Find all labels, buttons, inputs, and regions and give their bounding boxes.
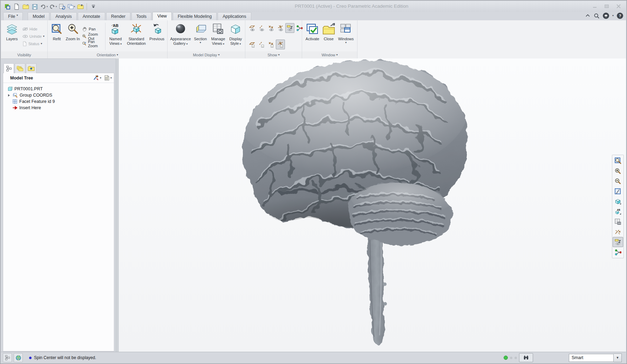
show-group-arrow-icon[interactable]: ▾ xyxy=(278,54,280,56)
open-last-session-icon[interactable] xyxy=(76,2,84,11)
academic-edition-icon[interactable] xyxy=(603,13,609,19)
help-icon[interactable]: ? xyxy=(617,13,623,19)
tree-tools-button[interactable]: ▾ xyxy=(93,75,101,81)
window-group-arrow-icon[interactable]: ▾ xyxy=(336,54,338,56)
windows-dropdown-arrow-icon[interactable]: ▾ xyxy=(345,41,347,44)
tree-item-part[interactable]: PRT0001.PRT xyxy=(5,86,114,92)
appearance-gallery-button[interactable]: Appearance Gallery ▾ xyxy=(169,21,192,51)
find-in-model-button[interactable] xyxy=(519,353,533,362)
saved-orientations-toolbar-button[interactable]: AB xyxy=(613,206,623,217)
layers-button[interactable]: Layers xyxy=(2,21,21,51)
undo-dropdown-arrow-icon[interactable]: ▾ xyxy=(47,5,48,8)
tab-tools[interactable]: Tools xyxy=(131,12,151,20)
selection-filter-dropdown-arrow-icon[interactable]: ▼ xyxy=(614,354,622,362)
redo-icon[interactable]: ▾ xyxy=(49,2,57,11)
manage-views-dropdown-arrow-icon[interactable]: ▾ xyxy=(222,42,224,46)
zoom-in-button[interactable]: Zoom In xyxy=(64,21,81,51)
standard-orientation-button[interactable]: Standard Orientation xyxy=(125,21,148,51)
status-button[interactable]: Status▾ xyxy=(21,40,46,47)
academic-dropdown-arrow-icon[interactable]: ▾ xyxy=(612,14,614,17)
tree-item-group-coords[interactable]: Group COORDS xyxy=(5,92,114,98)
group-label-show[interactable]: Show▾ xyxy=(245,51,302,58)
close-button[interactable] xyxy=(615,3,622,9)
appearance-gallery-dropdown-arrow-icon[interactable]: ▾ xyxy=(185,42,188,46)
tab-annotate[interactable]: Annotate xyxy=(78,12,105,20)
customize-toolbar-icon[interactable] xyxy=(89,2,97,11)
csys-tag-display-toggle[interactable] xyxy=(276,40,285,49)
unhide-dropdown-arrow-icon[interactable]: ▾ xyxy=(43,35,45,38)
search-icon[interactable] xyxy=(594,13,600,19)
zoom-out-button[interactable]: Zoom Out xyxy=(81,33,104,40)
section-dropdown-arrow-icon[interactable]: ▾ xyxy=(200,41,201,44)
favorites-tab[interactable] xyxy=(26,63,36,73)
zoom-out-toolbar-button[interactable] xyxy=(613,176,623,186)
model-regenerate-icon[interactable] xyxy=(58,2,66,11)
group-label-window[interactable]: Window▾ xyxy=(302,51,357,58)
named-views-button[interactable]: AB Named Views ▾ xyxy=(106,21,125,51)
unhide-button[interactable]: Unhide▾ xyxy=(21,33,46,40)
tab-analysis[interactable]: Analysis xyxy=(50,12,77,20)
hide-button[interactable]: Hide xyxy=(21,25,46,33)
tab-file[interactable]: File▾ xyxy=(3,12,23,20)
refit-toolbar-button[interactable] xyxy=(613,156,623,166)
folder-browser-tab[interactable] xyxy=(15,63,25,73)
display-style-toolbar-button[interactable] xyxy=(613,196,623,206)
redo-dropdown-arrow-icon[interactable]: ▾ xyxy=(56,5,57,8)
tree-item-facet-feature[interactable]: Facet Feature id 9 xyxy=(5,98,114,105)
activate-button[interactable]: Activate xyxy=(304,21,321,51)
web-browser-toggle-button[interactable] xyxy=(14,353,23,362)
plane-display-toggle[interactable] xyxy=(247,23,257,33)
window-settings-dropdown-arrow-icon[interactable]: ▾ xyxy=(74,5,75,8)
manage-views-button[interactable]: Manage Views ▾ xyxy=(209,21,227,51)
tab-render[interactable]: Render xyxy=(106,12,130,20)
spin-center-toolbar-button[interactable] xyxy=(613,247,623,257)
model-tree-toggle-button[interactable] xyxy=(3,353,12,362)
tab-applications[interactable]: Applications xyxy=(218,12,251,20)
zoom-in-toolbar-button[interactable] xyxy=(613,166,623,176)
status-indicator-icon[interactable] xyxy=(504,356,508,360)
open-file-icon[interactable] xyxy=(21,2,30,11)
status-dropdown-arrow-icon[interactable]: ▾ xyxy=(41,42,42,45)
axis-display-toggle[interactable] xyxy=(257,23,266,33)
datum-display-toolbar-button[interactable] xyxy=(613,227,623,237)
named-views-dropdown-arrow-icon[interactable]: ▾ xyxy=(120,42,122,46)
save-icon[interactable] xyxy=(30,2,39,11)
expander-icon[interactable] xyxy=(7,94,11,97)
tab-view[interactable]: View xyxy=(152,12,172,20)
group-label-model-display[interactable]: Model Display▾ xyxy=(168,51,245,58)
refit-button[interactable]: Refit xyxy=(49,21,64,51)
model-tree-tab[interactable] xyxy=(4,63,14,73)
close-window-button[interactable]: Close xyxy=(321,21,336,51)
axis-tag-display-toggle[interactable] xyxy=(257,40,266,49)
tree-settings-button[interactable]: ▾ xyxy=(104,75,112,81)
plane-tag-display-toggle[interactable] xyxy=(247,40,257,49)
display-style-button[interactable]: Display Style ▾ xyxy=(227,21,244,51)
windows-button[interactable]: Windows ▾ xyxy=(336,21,356,51)
view-manager-toolbar-button[interactable] xyxy=(613,217,623,227)
model-display-group-arrow-icon[interactable]: ▾ xyxy=(218,54,220,56)
minimize-button[interactable] xyxy=(591,3,599,9)
group-label-orientation[interactable]: Orientation▾ xyxy=(48,51,167,58)
brain-facet-model[interactable] xyxy=(119,58,626,352)
new-file-icon[interactable] xyxy=(12,2,21,11)
point-display-toggle[interactable] xyxy=(266,23,275,33)
selection-filter-combobox[interactable]: Smart xyxy=(569,354,614,362)
tree-settings-dropdown-arrow-icon[interactable]: ▾ xyxy=(110,77,112,79)
graphics-area[interactable]: AB xyxy=(119,58,626,352)
tree-tools-dropdown-arrow-icon[interactable]: ▾ xyxy=(100,77,101,79)
previous-button[interactable]: Previous xyxy=(148,21,166,51)
orientation-group-arrow-icon[interactable]: ▾ xyxy=(117,54,118,56)
section-button[interactable]: Section ▾ xyxy=(192,21,209,51)
window-settings-icon[interactable]: ▾ xyxy=(67,2,75,11)
tree-item-insert-here[interactable]: Insert Here xyxy=(5,105,114,111)
collapse-ribbon-icon[interactable] xyxy=(585,14,591,18)
tab-model[interactable]: Model xyxy=(28,12,49,20)
restore-button[interactable] xyxy=(603,3,611,9)
pan-button[interactable]: Pan xyxy=(81,25,104,33)
point-tag-display-toggle[interactable] xyxy=(266,40,275,49)
annotation-display-toolbar-button[interactable] xyxy=(613,237,623,247)
undo-icon[interactable]: ▾ xyxy=(40,2,48,11)
display-style-dropdown-arrow-icon[interactable]: ▾ xyxy=(239,42,241,46)
pan-zoom-button[interactable]: Pan Zoom xyxy=(81,40,104,47)
repaint-toolbar-button[interactable] xyxy=(613,186,623,196)
